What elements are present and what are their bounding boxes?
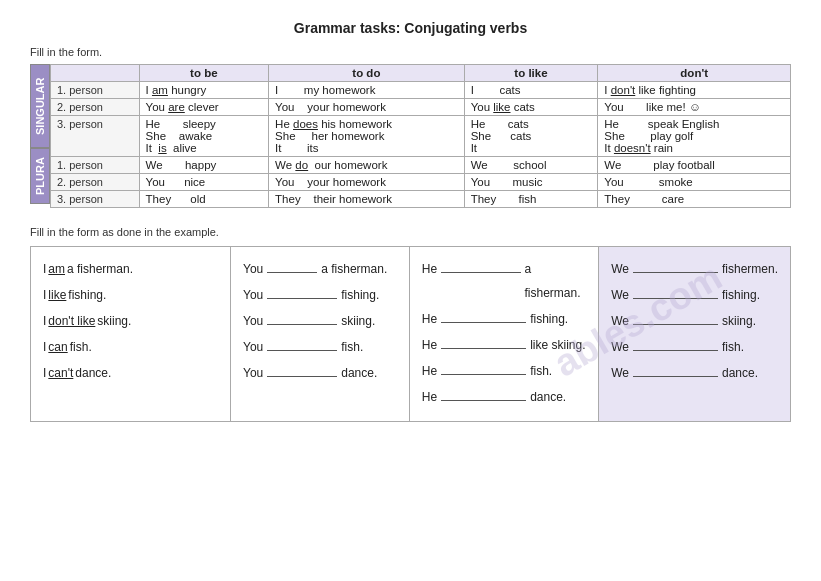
blank — [441, 387, 526, 401]
tolike-cell: They fish — [464, 191, 598, 208]
tobe-cell: They old — [139, 191, 269, 208]
blank — [633, 259, 718, 273]
tobe-cell: I am hungry — [139, 82, 269, 99]
fill-row: You dance. — [243, 361, 397, 385]
tobe-cell: You nice — [139, 174, 269, 191]
tolike-cell: You like cats — [464, 99, 598, 116]
instruction2: Fill in the form as done in the example. — [30, 226, 791, 238]
person-cell: 2. person — [51, 174, 140, 191]
fill-col-example: I am a fisherman. I like fishing. I don'… — [31, 247, 231, 421]
person-cell: 2. person — [51, 99, 140, 116]
blank — [441, 335, 526, 349]
tolike-cell: I cats — [464, 82, 598, 99]
table-row: 1. person We happy We do our homework We… — [51, 157, 791, 174]
fill-row: You fishing. — [243, 283, 397, 307]
person-cell: 3. person — [51, 191, 140, 208]
todo-cell: You your homework — [269, 99, 465, 116]
table-row: 2. person You are clever You your homewo… — [51, 99, 791, 116]
fill-row: I can't dance. — [43, 361, 218, 385]
fill-row: I am a fisherman. — [43, 257, 218, 281]
tolike-cell: He cats She cats It — [464, 116, 598, 157]
fill-row: You skiing. — [243, 309, 397, 333]
fill-col-you: You a fisherman. You fishing. You skiing… — [231, 247, 410, 421]
dont-cell: I don't like fighting — [598, 82, 791, 99]
page-title: Grammar tasks: Conjugating verbs — [30, 20, 791, 36]
blank — [267, 259, 317, 273]
blank — [441, 309, 526, 323]
tobe-cell: He sleepy She awake It is alive — [139, 116, 269, 157]
person-cell: 1. person — [51, 157, 140, 174]
blank — [267, 337, 337, 351]
dont-cell: He speak English She play golf It doesn'… — [598, 116, 791, 157]
fill-row: We skiing. — [611, 309, 778, 333]
fill-row: We fishermen. — [611, 257, 778, 281]
table-row: 3. person They old They their homework T… — [51, 191, 791, 208]
fill-row: He fish. — [422, 359, 586, 383]
tobe-cell: You are clever — [139, 99, 269, 116]
table-row: 3. person He sleepy She awake It is aliv… — [51, 116, 791, 157]
dont-cell: You like me! ☺ — [598, 99, 791, 116]
fill-col-he: He a fisherman. He fishing. He like skii… — [410, 247, 599, 421]
fill-row: I can fish. — [43, 335, 218, 359]
fill-row: We dance. — [611, 361, 778, 385]
conjugation-table: to be to do to like don't 1. person I am… — [50, 64, 791, 208]
table-row: 2. person You nice You your homework You… — [51, 174, 791, 191]
instruction1: Fill in the form. — [30, 46, 791, 58]
fill-in-table: I am a fisherman. I like fishing. I don'… — [30, 246, 791, 422]
blank — [633, 285, 718, 299]
tobe-cell: We happy — [139, 157, 269, 174]
blank — [441, 259, 520, 273]
todo-cell: They their homework — [269, 191, 465, 208]
fill-row: We fish. — [611, 335, 778, 359]
col-header-blank — [51, 65, 140, 82]
dont-cell: You smoke — [598, 174, 791, 191]
blank — [633, 337, 718, 351]
conjugation-section: SINGULAR PLURA to be to do to like don't… — [30, 64, 791, 208]
person-cell: 3. person — [51, 116, 140, 157]
col-header-tobe: to be — [139, 65, 269, 82]
fill-col-we: We fishermen. We fishing. We skiing. We … — [599, 247, 790, 421]
todo-cell: We do our homework — [269, 157, 465, 174]
blank — [441, 361, 526, 375]
col-header-todo: to do — [269, 65, 465, 82]
side-labels: SINGULAR PLURA — [30, 64, 50, 208]
blank — [633, 311, 718, 325]
singular-label: SINGULAR — [30, 64, 50, 148]
blank — [267, 285, 337, 299]
fill-row: He fishing. — [422, 307, 586, 331]
tolike-cell: You music — [464, 174, 598, 191]
person-cell: 1. person — [51, 82, 140, 99]
col-header-tolike: to like — [464, 65, 598, 82]
tolike-cell: We school — [464, 157, 598, 174]
fill-row: He like skiing. — [422, 333, 586, 357]
todo-cell: He does his homework She her homework It… — [269, 116, 465, 157]
fill-row: You fish. — [243, 335, 397, 359]
todo-cell: You your homework — [269, 174, 465, 191]
todo-cell: I my homework — [269, 82, 465, 99]
fill-row: We fishing. — [611, 283, 778, 307]
fill-row: I don't like skiing. — [43, 309, 218, 333]
table-row: 1. person I am hungry I my homework I ca… — [51, 82, 791, 99]
col-header-dont: don't — [598, 65, 791, 82]
fill-row: You a fisherman. — [243, 257, 397, 281]
fill-row: He dance. — [422, 385, 586, 409]
fill-row: He a fisherman. — [422, 257, 586, 305]
fill-row: I like fishing. — [43, 283, 218, 307]
dont-cell: We play football — [598, 157, 791, 174]
blank — [267, 311, 337, 325]
blank — [633, 363, 718, 377]
plural-label: PLURA — [30, 148, 50, 204]
blank — [267, 363, 337, 377]
dont-cell: They care — [598, 191, 791, 208]
